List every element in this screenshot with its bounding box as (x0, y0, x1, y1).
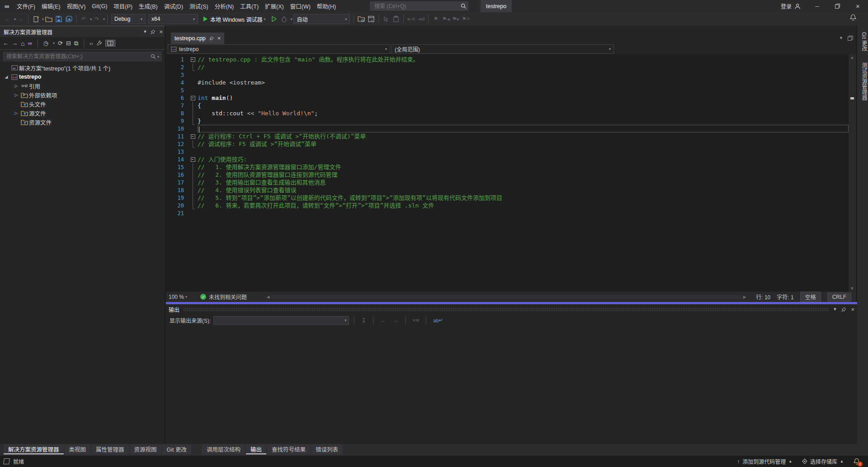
configuration-combo[interactable]: Debug▾ (111, 14, 146, 24)
undo-dropdown-icon[interactable]: ▾ (90, 17, 92, 21)
autohide-tab-git-[interactable]: Git 更改 (857, 28, 868, 56)
select-repository-button[interactable]: 选择存储库 ▲ (802, 458, 844, 465)
search-icon[interactable] (151, 54, 156, 59)
code-line-19[interactable]: 19// 5. 转到“项目”>“添加新项”以创建新的代码文件，或转到“项目”>“… (166, 194, 849, 202)
document-list-dropdown-icon[interactable]: ▼ (839, 36, 843, 41)
collapse-all-icon[interactable]: ⊟ (66, 40, 71, 47)
menu-item[interactable]: 编辑(E) (38, 0, 64, 12)
panel-drag-grip[interactable] (183, 308, 829, 311)
switch-views-icon[interactable]: ∞ (28, 40, 32, 47)
copy-icon[interactable]: ⧉ (74, 40, 78, 47)
code-line-9[interactable]: 9} (166, 117, 849, 125)
panel-tab--[interactable]: 解决方案资源管理器 (4, 444, 64, 454)
code-line-20[interactable]: 20// 6. 将来，若要再次打开此项目，请转到“文件”>“打开”>“项目”并选… (166, 202, 849, 209)
search-options-dropdown-icon[interactable]: ▾ (157, 55, 159, 59)
panel-tab-git-[interactable]: Git 更改 (162, 444, 191, 454)
document-health-indicator[interactable]: ✓ 未找到相关问题 (200, 293, 247, 301)
code-line-21[interactable]: 21 (166, 209, 849, 217)
output-source-combo[interactable]: ▾ (213, 316, 349, 325)
new-project-dropdown-icon[interactable]: ▾ (42, 17, 44, 21)
close-icon[interactable]: × (159, 28, 163, 35)
forward-icon[interactable]: → (12, 40, 18, 47)
save-icon[interactable] (54, 14, 63, 24)
solution-explorer-search[interactable]: ▾ (3, 52, 162, 61)
code-line-17[interactable]: 17// 3. 使用输出窗口查看生成输出和其他消息 (166, 179, 849, 186)
autohide-tab--[interactable]: 测试资源管理器 (857, 58, 868, 105)
menu-item[interactable]: 工具(T) (237, 0, 262, 12)
menu-item[interactable]: 帮助(H) (314, 0, 339, 12)
search-input[interactable] (373, 3, 461, 10)
tree-expander-icon[interactable]: ▷ (13, 111, 20, 115)
redo-icon[interactable]: ↷ (92, 14, 101, 24)
chevron-down-icon[interactable]: ▼ (833, 307, 837, 311)
navigate-forward-icon[interactable]: → (16, 14, 25, 24)
minimize-button[interactable]: ─ (807, 0, 827, 12)
panel-tab--[interactable]: 类视图 (65, 444, 91, 454)
code-line-8[interactable]: 8 std::cout << "Hello World!\n"; (166, 109, 849, 117)
code-line-18[interactable]: 18// 4. 使用错误列表窗口查看错误 (166, 186, 849, 194)
decrease-indent-icon[interactable]: ⇤≡ (406, 14, 415, 24)
find-message-icon[interactable]: ↧ (359, 317, 368, 324)
solution-explorer-header[interactable]: 解决方案资源管理器 ▼ × (0, 26, 165, 37)
panel-tab--[interactable]: 资源视图 (130, 444, 161, 454)
code-line-3[interactable]: 3 (166, 71, 849, 79)
previous-message-icon[interactable]: ← (378, 317, 388, 324)
tree-item--testrepo-1-1-[interactable]: ∞解决方案“testrepo”(1 个项目/共 1 个) (0, 63, 165, 72)
panel-tab--[interactable]: 输出 (246, 444, 266, 454)
editor-vertical-scrollbar[interactable]: ▲ ▼ (849, 54, 856, 292)
code-line-13[interactable]: 13 (166, 148, 849, 156)
add-to-source-control-button[interactable]: ↑ 添加到源代码管理 ▲ (737, 458, 792, 465)
float-tab-group-icon[interactable] (848, 36, 853, 41)
chevron-down-icon[interactable]: ▼ (143, 29, 147, 34)
properties-icon[interactable] (96, 40, 102, 46)
clear-bookmarks-icon[interactable]: ⚑× (461, 14, 470, 24)
code-editor[interactable]: 1// testrepo.cpp : 此文件包含 "main" 函数。程序执行将… (166, 54, 849, 292)
menu-item[interactable]: 扩展(X) (262, 0, 287, 12)
menu-item[interactable]: 文件(F) (14, 0, 38, 12)
scroll-up-icon[interactable]: ▲ (849, 54, 856, 61)
scroll-left-icon[interactable]: ◀ (265, 295, 271, 299)
menu-item[interactable]: 调试(D) (161, 0, 186, 12)
menu-item[interactable]: 窗口(W) (287, 0, 314, 12)
hot-reload-icon[interactable] (279, 14, 288, 24)
increase-indent-icon[interactable]: ⇥≡ (416, 14, 425, 24)
quick-search-box[interactable] (370, 1, 468, 11)
navigate-back-icon[interactable]: ← (3, 14, 12, 24)
menu-item[interactable]: Git(G) (89, 0, 110, 12)
tree-expander-icon[interactable]: ◢ (3, 75, 10, 79)
output-content[interactable] (166, 326, 857, 441)
fold-collapse-icon[interactable] (189, 132, 198, 140)
navigate-back-dropdown-icon[interactable]: ▾ (14, 17, 16, 21)
code-line-15[interactable]: 15// 1. 使用解决方案资源管理器窗口添加/管理文件 (166, 163, 849, 171)
sign-in-button[interactable]: 登录 (781, 2, 792, 10)
paste-icon[interactable] (392, 14, 401, 24)
scroll-right-icon[interactable]: ▶ (741, 295, 748, 299)
hot-reload-dropdown-icon[interactable]: ▾ (290, 17, 292, 21)
tree-item--[interactable]: 资源文件 (0, 118, 165, 127)
open-file-icon[interactable] (44, 14, 53, 24)
document-tab-testrepo-cpp[interactable]: testrepo.cpp × (171, 33, 224, 44)
spaces-tabs-toggle[interactable]: 空格 (800, 292, 821, 302)
undo-icon[interactable]: ↶ (79, 14, 88, 24)
close-tab-icon[interactable]: × (217, 35, 221, 42)
back-icon[interactable]: ← (3, 40, 9, 47)
scroll-down-icon[interactable]: ▼ (849, 285, 856, 292)
filter-dropdown-icon[interactable]: ▾ (53, 41, 55, 45)
pick-element-icon[interactable] (382, 14, 391, 24)
attach-mode-combo[interactable]: 自动▾ (293, 14, 350, 24)
pin-tab-icon[interactable] (209, 36, 214, 41)
menu-item[interactable]: 视图(V) (64, 0, 89, 12)
code-line-16[interactable]: 16// 2. 使用团队资源管理器窗口连接到源代码管理 (166, 171, 849, 179)
save-all-icon[interactable] (64, 14, 73, 24)
tree-item--[interactable]: ▷引用 (0, 81, 165, 90)
project-scope-combo[interactable]: ++ testrepo ▾ (168, 44, 390, 54)
previous-bookmark-icon[interactable]: ⚑◂ (441, 14, 450, 24)
start-without-debugging-icon[interactable] (269, 14, 278, 24)
fold-collapse-icon[interactable] (189, 94, 198, 102)
tree-expander-icon[interactable]: ▷ (13, 93, 20, 97)
code-line-7[interactable]: 7{ (166, 102, 849, 109)
user-avatar-icon[interactable] (794, 3, 801, 9)
start-debugging-button[interactable]: 本地 Windows 调试器 ▾ (200, 14, 268, 24)
close-icon[interactable]: × (851, 306, 854, 313)
menu-item[interactable]: 生成(B) (136, 0, 161, 12)
